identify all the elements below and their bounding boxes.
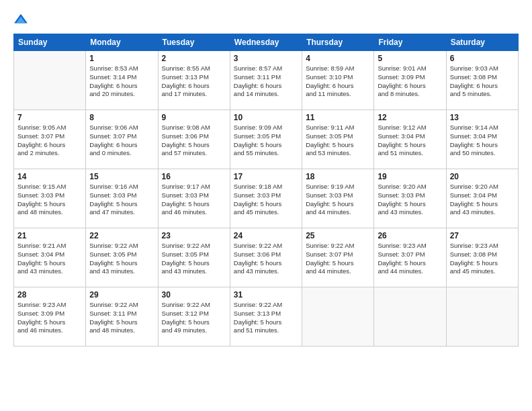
logo-icon: [13, 12, 28, 27]
day-info: Sunrise: 9:17 AM Sunset: 3:03 PM Dayligh…: [162, 183, 226, 217]
day-number: 27: [450, 231, 515, 240]
calendar-header-thursday: Thursday: [302, 34, 374, 51]
day-number: 6: [450, 54, 515, 63]
day-info: Sunrise: 8:57 AM Sunset: 3:11 PM Dayligh…: [234, 64, 298, 99]
day-number: 23: [162, 231, 226, 240]
calendar-day-6: 6Sunrise: 9:03 AM Sunset: 3:08 PM Daylig…: [446, 51, 518, 110]
day-info: Sunrise: 9:18 AM Sunset: 3:03 PM Dayligh…: [234, 183, 298, 217]
day-info: Sunrise: 9:09 AM Sunset: 3:05 PM Dayligh…: [234, 124, 298, 158]
day-info: Sunrise: 9:16 AM Sunset: 3:03 PM Dayligh…: [89, 183, 154, 217]
logo: [13, 12, 31, 27]
calendar-week-row: 21Sunrise: 9:21 AM Sunset: 3:04 PM Dayli…: [14, 228, 519, 287]
day-info: Sunrise: 9:08 AM Sunset: 3:06 PM Dayligh…: [162, 124, 226, 158]
day-number: 4: [306, 54, 370, 63]
calendar-day-30: 30Sunrise: 9:22 AM Sunset: 3:12 PM Dayli…: [158, 287, 230, 347]
calendar-header-saturday: Saturday: [446, 34, 518, 51]
calendar-day-9: 9Sunrise: 9:08 AM Sunset: 3:06 PM Daylig…: [158, 110, 230, 169]
calendar-header-sunday: Sunday: [14, 34, 86, 51]
day-number: 28: [17, 290, 82, 300]
calendar-day-20: 20Sunrise: 9:20 AM Sunset: 3:04 PM Dayli…: [446, 169, 518, 228]
day-number: 1: [89, 54, 154, 63]
calendar-day-15: 15Sunrise: 9:16 AM Sunset: 3:03 PM Dayli…: [86, 169, 158, 228]
day-info: Sunrise: 9:05 AM Sunset: 3:07 PM Dayligh…: [17, 124, 82, 158]
calendar-empty-cell: [302, 287, 374, 347]
calendar-day-12: 12Sunrise: 9:12 AM Sunset: 3:04 PM Dayli…: [374, 110, 446, 169]
calendar-header-row: SundayMondayTuesdayWednesdayThursdayFrid…: [14, 34, 519, 51]
day-number: 11: [306, 113, 370, 122]
calendar-day-21: 21Sunrise: 9:21 AM Sunset: 3:04 PM Dayli…: [14, 228, 86, 287]
calendar-day-26: 26Sunrise: 9:23 AM Sunset: 3:07 PM Dayli…: [374, 228, 446, 287]
page: SundayMondayTuesdayWednesdayThursdayFrid…: [0, 0, 532, 411]
header: [13, 12, 519, 27]
day-info: Sunrise: 9:01 AM Sunset: 3:09 PM Dayligh…: [378, 64, 442, 99]
day-info: Sunrise: 9:14 AM Sunset: 3:04 PM Dayligh…: [450, 124, 515, 158]
day-number: 22: [89, 231, 154, 240]
day-info: Sunrise: 9:23 AM Sunset: 3:07 PM Dayligh…: [378, 242, 442, 276]
day-number: 8: [89, 113, 154, 122]
day-number: 16: [162, 172, 226, 181]
calendar-day-17: 17Sunrise: 9:18 AM Sunset: 3:03 PM Dayli…: [230, 169, 302, 228]
day-info: Sunrise: 9:22 AM Sunset: 3:07 PM Dayligh…: [306, 242, 370, 276]
calendar-week-row: 14Sunrise: 9:15 AM Sunset: 3:03 PM Dayli…: [14, 169, 519, 228]
day-number: 17: [234, 172, 298, 181]
day-number: 3: [234, 54, 298, 63]
day-number: 14: [17, 172, 82, 181]
calendar-empty-cell: [446, 287, 518, 347]
calendar-day-25: 25Sunrise: 9:22 AM Sunset: 3:07 PM Dayli…: [302, 228, 374, 287]
calendar-day-14: 14Sunrise: 9:15 AM Sunset: 3:03 PM Dayli…: [14, 169, 86, 228]
day-number: 7: [17, 113, 82, 122]
calendar: SundayMondayTuesdayWednesdayThursdayFrid…: [13, 34, 519, 347]
day-number: 29: [89, 290, 154, 300]
calendar-day-28: 28Sunrise: 9:23 AM Sunset: 3:09 PM Dayli…: [14, 287, 86, 347]
day-info: Sunrise: 9:22 AM Sunset: 3:12 PM Dayligh…: [162, 301, 226, 335]
day-number: 12: [378, 113, 442, 122]
calendar-day-7: 7Sunrise: 9:05 AM Sunset: 3:07 PM Daylig…: [14, 110, 86, 169]
day-info: Sunrise: 8:55 AM Sunset: 3:13 PM Dayligh…: [162, 64, 226, 99]
day-number: 20: [450, 172, 515, 181]
day-info: Sunrise: 9:06 AM Sunset: 3:07 PM Dayligh…: [89, 124, 154, 158]
calendar-day-23: 23Sunrise: 9:22 AM Sunset: 3:05 PM Dayli…: [158, 228, 230, 287]
day-number: 5: [378, 54, 442, 63]
day-info: Sunrise: 9:23 AM Sunset: 3:08 PM Dayligh…: [450, 242, 515, 276]
day-info: Sunrise: 9:20 AM Sunset: 3:03 PM Dayligh…: [378, 183, 442, 217]
calendar-day-18: 18Sunrise: 9:19 AM Sunset: 3:03 PM Dayli…: [302, 169, 374, 228]
day-number: 13: [450, 113, 515, 122]
calendar-day-19: 19Sunrise: 9:20 AM Sunset: 3:03 PM Dayli…: [374, 169, 446, 228]
day-info: Sunrise: 9:20 AM Sunset: 3:04 PM Dayligh…: [450, 183, 515, 217]
day-info: Sunrise: 9:23 AM Sunset: 3:09 PM Dayligh…: [17, 301, 82, 335]
day-number: 9: [162, 113, 226, 122]
calendar-day-8: 8Sunrise: 9:06 AM Sunset: 3:07 PM Daylig…: [86, 110, 158, 169]
day-info: Sunrise: 9:22 AM Sunset: 3:05 PM Dayligh…: [89, 242, 154, 276]
calendar-day-31: 31Sunrise: 9:22 AM Sunset: 3:13 PM Dayli…: [230, 287, 302, 347]
day-info: Sunrise: 9:22 AM Sunset: 3:11 PM Dayligh…: [89, 301, 154, 335]
day-info: Sunrise: 9:22 AM Sunset: 3:05 PM Dayligh…: [162, 242, 226, 276]
calendar-header-tuesday: Tuesday: [158, 34, 230, 51]
day-info: Sunrise: 9:21 AM Sunset: 3:04 PM Dayligh…: [17, 242, 82, 276]
calendar-day-10: 10Sunrise: 9:09 AM Sunset: 3:05 PM Dayli…: [230, 110, 302, 169]
calendar-header-friday: Friday: [374, 34, 446, 51]
day-info: Sunrise: 9:11 AM Sunset: 3:05 PM Dayligh…: [306, 124, 370, 158]
calendar-day-5: 5Sunrise: 9:01 AM Sunset: 3:09 PM Daylig…: [374, 51, 446, 110]
calendar-day-16: 16Sunrise: 9:17 AM Sunset: 3:03 PM Dayli…: [158, 169, 230, 228]
day-number: 10: [234, 113, 298, 122]
calendar-header-monday: Monday: [86, 34, 158, 51]
day-number: 30: [162, 290, 226, 300]
calendar-empty-cell: [374, 287, 446, 347]
day-info: Sunrise: 9:15 AM Sunset: 3:03 PM Dayligh…: [17, 183, 82, 217]
calendar-week-row: 7Sunrise: 9:05 AM Sunset: 3:07 PM Daylig…: [14, 110, 519, 169]
calendar-day-22: 22Sunrise: 9:22 AM Sunset: 3:05 PM Dayli…: [86, 228, 158, 287]
calendar-day-27: 27Sunrise: 9:23 AM Sunset: 3:08 PM Dayli…: [446, 228, 518, 287]
calendar-day-11: 11Sunrise: 9:11 AM Sunset: 3:05 PM Dayli…: [302, 110, 374, 169]
calendar-day-29: 29Sunrise: 9:22 AM Sunset: 3:11 PM Dayli…: [86, 287, 158, 347]
calendar-empty-cell: [14, 51, 86, 110]
day-info: Sunrise: 9:19 AM Sunset: 3:03 PM Dayligh…: [306, 183, 370, 217]
day-info: Sunrise: 8:53 AM Sunset: 3:14 PM Dayligh…: [89, 64, 154, 99]
day-number: 19: [378, 172, 442, 181]
day-number: 21: [17, 231, 82, 240]
day-info: Sunrise: 8:59 AM Sunset: 3:10 PM Dayligh…: [306, 64, 370, 99]
calendar-week-row: 1Sunrise: 8:53 AM Sunset: 3:14 PM Daylig…: [14, 51, 519, 110]
day-info: Sunrise: 9:22 AM Sunset: 3:13 PM Dayligh…: [234, 301, 298, 335]
day-number: 26: [378, 231, 442, 240]
day-number: 24: [234, 231, 298, 240]
calendar-day-24: 24Sunrise: 9:22 AM Sunset: 3:06 PM Dayli…: [230, 228, 302, 287]
